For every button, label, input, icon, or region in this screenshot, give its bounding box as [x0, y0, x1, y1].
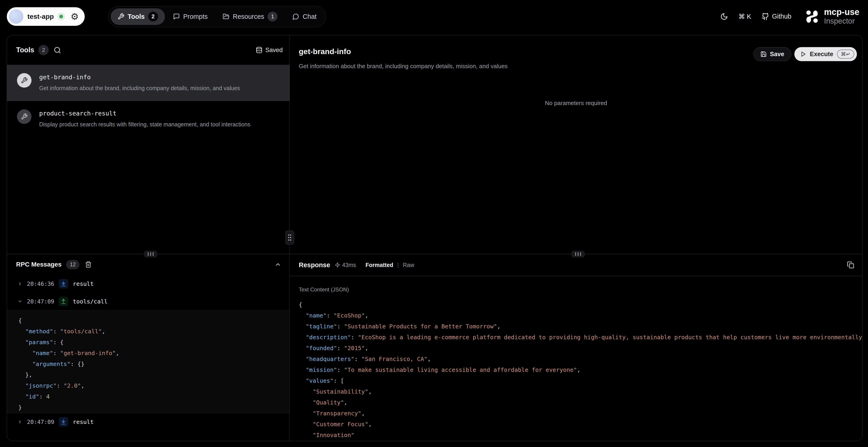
- server-avatar: [9, 9, 23, 24]
- response-header: Response 43ms Formatted | Raw: [290, 254, 862, 276]
- tool-detail-panel: get-brand-info Get information about the…: [290, 35, 862, 254]
- zap-icon: [335, 262, 340, 268]
- search-icon: [54, 46, 61, 54]
- saved-label: Saved: [265, 46, 283, 54]
- rpc-method: result: [73, 418, 94, 425]
- tab-label: Chat: [303, 13, 316, 21]
- tool-detail-header: get-brand-info Get information about the…: [290, 35, 862, 70]
- main-nav: Tools 2 Prompts Resources 1 Chat: [108, 6, 326, 27]
- chevron-up-icon: [275, 261, 281, 268]
- no-parameters-message: No parameters required: [290, 100, 862, 107]
- clear-messages-button[interactable]: [85, 261, 92, 268]
- latency-value: 43ms: [342, 262, 356, 268]
- copy-icon: [847, 261, 854, 268]
- rpc-messages-panel: RPC Messages 12 20:46:36 result: [7, 254, 290, 441]
- trash-icon: [85, 261, 92, 268]
- saved-button[interactable]: Saved: [256, 46, 283, 54]
- message-circle-icon: [292, 13, 299, 20]
- tab-label: Tools: [128, 13, 145, 21]
- response-content-label: Text Content (JSON): [299, 286, 862, 293]
- tab-label: Resources: [233, 13, 264, 21]
- wrench-icon: [118, 13, 124, 20]
- tool-list-item-get-brand-info[interactable]: get-brand-info Get information about the…: [7, 65, 289, 101]
- tool-name: get-brand-info: [39, 73, 240, 81]
- rpc-entry-result-2[interactable]: 20:47:09 result: [7, 413, 289, 431]
- rpc-expanded-payload: { "method": "tools/call", "params": { "n…: [7, 310, 289, 413]
- tab-label: Prompts: [183, 13, 208, 21]
- right-horizontal-splitter-handle[interactable]: [572, 251, 584, 257]
- tool-actions: Save Execute ⌘↵: [753, 47, 857, 61]
- tab-resources-count: 1: [268, 11, 277, 22]
- tab-tools[interactable]: Tools 2: [111, 8, 165, 25]
- tool-list-item-product-search-result[interactable]: product-search-result Display product se…: [7, 101, 289, 137]
- tab-prompts[interactable]: Prompts: [166, 8, 215, 25]
- left-horizontal-splitter-handle[interactable]: [144, 251, 157, 257]
- brand-subtitle: Inspector: [824, 17, 859, 25]
- response-json: { "name": "EcoShop", "tagline": "Sustain…: [299, 299, 862, 441]
- copy-response-button[interactable]: [847, 261, 854, 268]
- collapse-panel-button[interactable]: [275, 261, 281, 268]
- server-pill[interactable]: test-app ⚙: [7, 7, 85, 26]
- mcp-use-logo-icon: [804, 8, 820, 25]
- tool-wrench-icon: [17, 109, 31, 124]
- rpc-entry-tools-call[interactable]: 20:47:09 tools/call: [7, 293, 289, 310]
- search-button[interactable]: [54, 46, 61, 54]
- tools-count-badge: 2: [38, 45, 49, 55]
- tool-wrench-icon: [17, 73, 31, 88]
- rpc-timestamp: 20:46:36: [27, 281, 54, 287]
- chevron-right-icon: [18, 281, 23, 286]
- tool-name: product-search-result: [39, 109, 250, 118]
- theme-toggle-button[interactable]: [720, 13, 728, 21]
- tool-description: Display product search results with filt…: [39, 120, 250, 129]
- settings-gear-icon[interactable]: ⚙: [71, 12, 79, 21]
- execute-label: Execute: [810, 51, 833, 58]
- tab-resources[interactable]: Resources 1: [216, 8, 284, 25]
- response-body: Text Content (JSON) { "name": "EcoShop",…: [290, 276, 862, 441]
- view-raw-button[interactable]: Raw: [403, 262, 414, 268]
- vertical-splitter-handle[interactable]: [285, 230, 294, 245]
- execute-shortcut-badge: ⌘↵: [837, 50, 854, 59]
- save-button[interactable]: Save: [753, 47, 791, 61]
- server-status-dot: [59, 15, 63, 18]
- tools-panel-title: Tools: [16, 46, 34, 54]
- workspace: Tools 2 Saved get-brand-info Get informa…: [7, 35, 863, 441]
- arrow-up-from-line-icon: [59, 297, 68, 306]
- folder-icon: [223, 13, 229, 20]
- top-bar-right: ⌘ K Github mcp-use Inspector: [720, 8, 859, 25]
- database-icon: [256, 46, 262, 54]
- tools-panel: Tools 2 Saved get-brand-info Get informa…: [7, 35, 290, 254]
- github-icon: [762, 13, 769, 21]
- chevron-down-icon: [18, 299, 23, 304]
- github-button[interactable]: Github: [762, 13, 791, 21]
- tool-detail-title: get-brand-info: [299, 47, 507, 56]
- moon-icon: [720, 13, 728, 21]
- brand-name: mcp-use: [824, 8, 859, 17]
- chevron-right-icon: [18, 419, 23, 424]
- github-label: Github: [772, 13, 791, 20]
- tool-detail-description: Get information about the brand, includi…: [299, 63, 507, 70]
- rpc-panel-title: RPC Messages: [16, 261, 62, 268]
- play-icon: [800, 51, 806, 57]
- rpc-method: tools/call: [73, 298, 107, 305]
- arrow-down-to-line-icon: [59, 417, 68, 426]
- rpc-timestamp: 20:47:09: [27, 298, 54, 305]
- server-name: test-app: [27, 13, 54, 21]
- rpc-count-badge: 12: [66, 260, 80, 269]
- response-title: Response: [299, 261, 330, 269]
- response-latency: 43ms: [335, 262, 356, 268]
- tools-panel-header: Tools 2 Saved: [7, 35, 289, 65]
- view-separator: |: [397, 262, 399, 268]
- save-floppy-icon: [761, 51, 767, 57]
- tab-chat[interactable]: Chat: [286, 8, 323, 25]
- tool-description: Get information about the brand, includi…: [39, 84, 240, 93]
- response-panel: Response 43ms Formatted | Raw Text Conte…: [290, 254, 862, 441]
- message-square-icon: [173, 13, 180, 20]
- view-formatted-button[interactable]: Formatted: [366, 262, 393, 268]
- command-k-shortcut[interactable]: ⌘ K: [738, 13, 751, 21]
- execute-button[interactable]: Execute ⌘↵: [795, 47, 857, 61]
- rpc-timestamp: 20:47:09: [27, 419, 54, 425]
- rpc-method: result: [73, 280, 94, 287]
- response-view-toggle: Formatted | Raw: [366, 262, 414, 268]
- arrow-down-to-line-icon: [59, 279, 68, 288]
- rpc-entry-result-1[interactable]: 20:46:36 result: [7, 275, 289, 293]
